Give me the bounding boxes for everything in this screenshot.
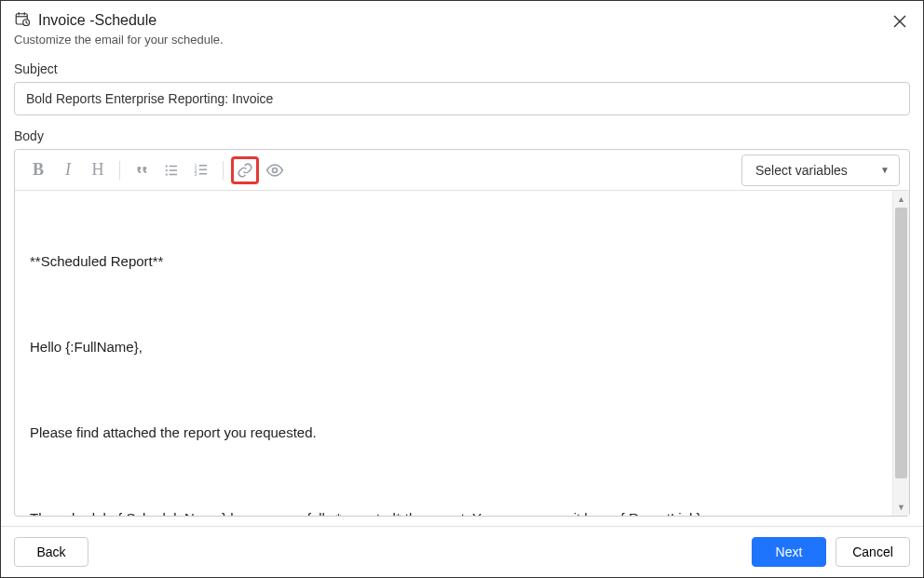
toolbar-separator <box>223 161 224 180</box>
ordered-list-icon: 123 <box>193 162 210 179</box>
vertical-scrollbar[interactable]: ▲ ▼ <box>892 191 909 516</box>
svg-rect-16 <box>199 165 207 167</box>
unordered-list-icon <box>163 162 180 179</box>
bold-icon: B <box>33 160 44 180</box>
svg-line-6 <box>26 23 28 24</box>
heading-icon: H <box>92 160 104 180</box>
next-button[interactable]: Next <box>752 537 826 567</box>
scrollbar-thumb[interactable] <box>895 208 907 478</box>
close-button[interactable] <box>890 10 910 34</box>
editor-textarea[interactable]: **Scheduled Report** Hello {:FullName}, … <box>15 191 892 516</box>
svg-point-21 <box>273 168 278 172</box>
select-variables-label: Select variables <box>755 163 848 178</box>
svg-point-13 <box>166 173 168 175</box>
svg-rect-10 <box>170 165 177 167</box>
subject-input[interactable] <box>14 82 910 115</box>
preview-button[interactable] <box>261 156 289 184</box>
dialog-subtitle: Customize the email for your schedule. <box>14 33 224 47</box>
dialog-title: Invoice -Schedule <box>38 12 156 29</box>
body-text-line: Please find attached the report you requ… <box>30 422 877 444</box>
calendar-schedule-icon <box>14 10 31 31</box>
editor-toolbar: B I H <box>15 150 909 191</box>
scroll-up-arrow-icon[interactable]: ▲ <box>893 191 909 208</box>
dialog-header: Invoice -Schedule Customize the email fo… <box>1 1 923 52</box>
dialog-footer: Back Next Cancel <box>1 526 923 577</box>
body-text-line: The schedule {:ScheduleName} has success… <box>30 507 877 516</box>
svg-point-11 <box>166 168 168 170</box>
eye-icon <box>265 161 284 180</box>
link-button[interactable] <box>231 156 259 184</box>
scroll-down-arrow-icon[interactable]: ▼ <box>893 499 909 516</box>
body-text-line: **Scheduled Report** <box>30 250 877 273</box>
body-label: Body <box>14 128 910 143</box>
bold-button[interactable]: B <box>24 156 52 184</box>
subject-label: Subject <box>14 61 910 76</box>
unordered-list-button[interactable] <box>157 156 185 184</box>
body-text-line: Hello {:FullName}, <box>30 336 877 358</box>
rich-text-editor: B I H <box>14 149 910 517</box>
italic-button[interactable]: I <box>54 156 82 184</box>
link-icon <box>237 162 253 179</box>
chevron-down-icon: ▼ <box>880 165 890 175</box>
invoice-schedule-dialog: Invoice -Schedule Customize the email fo… <box>0 0 924 578</box>
cancel-button[interactable]: Cancel <box>836 537 910 567</box>
italic-icon: I <box>65 160 71 180</box>
quote-button[interactable] <box>128 156 156 184</box>
ordered-list-button[interactable]: 123 <box>187 156 215 184</box>
heading-button[interactable]: H <box>84 156 112 184</box>
svg-rect-12 <box>170 169 177 171</box>
quote-icon <box>133 162 150 179</box>
svg-rect-14 <box>170 173 177 175</box>
svg-point-9 <box>166 165 168 167</box>
svg-text:3: 3 <box>195 171 197 177</box>
close-icon <box>893 13 906 32</box>
dialog-body: Subject Body B I H <box>1 52 923 526</box>
svg-rect-20 <box>199 173 207 175</box>
toolbar-separator <box>119 161 120 180</box>
back-button[interactable]: Back <box>14 537 88 567</box>
svg-rect-18 <box>199 168 207 170</box>
select-variables-dropdown[interactable]: Select variables ▼ <box>741 155 900 186</box>
